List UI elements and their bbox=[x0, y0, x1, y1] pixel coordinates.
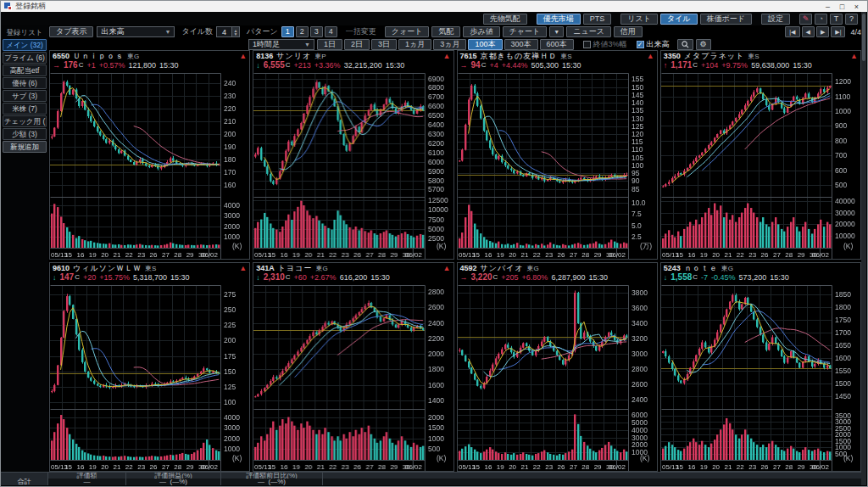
sidebar-item-3[interactable]: 高配当etf bbox=[3, 64, 47, 76]
close-button[interactable]: × bbox=[849, 3, 864, 11]
window-title: 登録銘柄 bbox=[15, 1, 46, 12]
view-button-4[interactable]: チャート bbox=[503, 26, 548, 37]
chart-tile[interactable]: 7615 京都きもの友禅ＨＤ 東S ▲ → 94 C +4 +4.44% 505… bbox=[457, 50, 658, 260]
timeframe-dropdown[interactable]: 1時間足 ▼ bbox=[248, 39, 314, 50]
help-icon[interactable]: ? bbox=[845, 14, 858, 25]
tile-header: 3350 メタプラネット 東S ▲ bbox=[661, 51, 860, 60]
prev-page-button[interactable]: ◀ bbox=[802, 26, 815, 37]
minimize-button[interactable]: – bbox=[821, 3, 835, 11]
first-page-button[interactable]: |◀ bbox=[785, 26, 799, 37]
chart-tile[interactable]: 8136 サンリオ 東P ▲ ↓ 6,555 C +213 +3.36% 32,… bbox=[253, 50, 453, 260]
candlestick-chart-canvas[interactable] bbox=[50, 70, 249, 259]
view-button-6[interactable]: 信用 bbox=[614, 26, 643, 37]
price-change: +60 bbox=[294, 273, 307, 282]
range-button-8[interactable]: 600本 bbox=[540, 39, 574, 50]
range-button-7[interactable]: 300本 bbox=[504, 39, 538, 50]
alert-triangle-icon[interactable]: ▲ bbox=[239, 53, 247, 60]
quote-time: 15:30 bbox=[562, 61, 581, 70]
candlestick-chart-canvas[interactable] bbox=[661, 283, 860, 471]
chart-settings-button[interactable]: ⚙ bbox=[696, 39, 711, 50]
tile-header: 7615 京都きもの友禅ＨＤ 東S ▲ bbox=[458, 51, 657, 60]
price-suffix: C bbox=[493, 273, 498, 281]
candlestick-chart-canvas[interactable] bbox=[458, 283, 657, 471]
tick-direction-icon: ↓ bbox=[256, 273, 260, 282]
pattern-button-3[interactable]: 3 bbox=[310, 26, 323, 37]
alert-triangle-icon[interactable]: ▲ bbox=[443, 265, 451, 272]
sort-dropdown[interactable]: 出来高 ▼ bbox=[97, 26, 175, 37]
topbar-button-4[interactable]: リスト bbox=[620, 14, 658, 25]
chart-tile[interactable]: 6550 Ｕｎｉｐｏｓ 東G ▲ → 176 C +1 +0.57% 121,8… bbox=[49, 50, 250, 260]
range-button-6[interactable]: 100本 bbox=[468, 39, 502, 50]
tile-count-stepper[interactable]: 4 ▲▼ bbox=[216, 26, 240, 37]
scrollbar-thumb[interactable] bbox=[862, 14, 865, 61]
alert-triangle-icon[interactable]: ▲ bbox=[850, 53, 858, 60]
range-button-4[interactable]: 1ヵ月 bbox=[398, 39, 431, 50]
range-button-1[interactable]: 1日 bbox=[317, 39, 342, 50]
view-button-5[interactable]: ニュース bbox=[566, 26, 611, 37]
topbar-button-7[interactable]: 設定 bbox=[761, 14, 790, 25]
stock-code: 5243 bbox=[664, 264, 681, 272]
maximize-button[interactable]: □ bbox=[835, 3, 849, 11]
tile-header: 4592 サンバイオ 東G ▲ bbox=[458, 263, 657, 272]
sidebar-item-7[interactable]: チェック用 ( bbox=[3, 115, 47, 127]
tab-display-button[interactable]: タブ表示 bbox=[49, 26, 93, 37]
last-page-button[interactable]: ▶| bbox=[831, 26, 845, 37]
alert-triangle-icon[interactable]: ▲ bbox=[443, 53, 451, 60]
sidebar-item-6[interactable]: 米株 (7) bbox=[3, 103, 47, 115]
chart-tile[interactable]: 5243 ｎｏｔｅ 東G ▲ ↓ 1,558 C -7 -0.45% 573,2… bbox=[660, 262, 861, 472]
chart-tile[interactable]: 3350 メタプラネット 東S ▲ ↑ 1,171 C +104 +9.75% … bbox=[660, 50, 861, 260]
sidebar-item-1[interactable]: メイン (32) bbox=[3, 39, 47, 51]
topbar-button-3[interactable]: PTS bbox=[583, 14, 612, 25]
candlestick-chart-canvas[interactable] bbox=[253, 70, 453, 259]
chart-tile[interactable]: 4592 サンバイオ 東G ▲ → 3,220 C +205 +6.80% 6,… bbox=[457, 262, 658, 472]
volume-value: 616,200 bbox=[340, 273, 368, 282]
candlestick-chart-canvas[interactable] bbox=[253, 283, 453, 471]
sidebar-item-9[interactable]: 新規追加 bbox=[3, 141, 47, 153]
text-size-icon[interactable]: T bbox=[830, 14, 843, 25]
range-button-3[interactable]: 3日 bbox=[371, 39, 397, 50]
bulk-change-label[interactable]: 一括変更 bbox=[346, 26, 376, 37]
range-button-2[interactable]: 2日 bbox=[344, 39, 370, 50]
stock-code: 3350 bbox=[664, 52, 681, 60]
volume-checkbox[interactable]: ✓ 出来高 bbox=[637, 39, 670, 50]
candlestick-chart-canvas[interactable] bbox=[50, 283, 249, 471]
chart-tile[interactable]: 9610 ウィルソンＷＬＷ 東S ▲ ↓ 147 C +20 +15.75% 5… bbox=[49, 262, 250, 472]
sidebar-item-8[interactable]: 少額 (3) bbox=[3, 128, 47, 140]
close-band-checkbox[interactable]: 終値3%幅 bbox=[583, 39, 627, 50]
tile-quote-line: ↑ 1,171 C +104 +9.75% 59,638,000 15:30 bbox=[661, 60, 860, 70]
window-scrollbar[interactable] bbox=[861, 12, 866, 485]
topbar-button-6[interactable]: 株価ボード bbox=[700, 14, 752, 25]
pattern-button-4[interactable]: 4 bbox=[325, 26, 337, 37]
tile-header: 8136 サンリオ 東P ▲ bbox=[253, 51, 453, 60]
zoom-search-button[interactable] bbox=[677, 39, 693, 50]
day-change-header: 評価額前日比(%) bbox=[221, 472, 323, 479]
topbar-button-1[interactable]: 先物気配 bbox=[483, 14, 527, 25]
chart-tile[interactable]: 341A トヨコー 東G ▲ ↓ 2,310 C +60 +2.67% 616,… bbox=[253, 262, 453, 472]
chart-dropdown-caret[interactable]: ▼ bbox=[549, 26, 564, 37]
stepper-down-icon[interactable]: ▼ bbox=[232, 32, 239, 36]
sidebar-item-4[interactable]: 優待 (6) bbox=[3, 77, 47, 89]
sidebar-item-5[interactable]: サブ (3) bbox=[3, 90, 47, 102]
next-page-button[interactable]: ▶ bbox=[816, 26, 829, 37]
view-button-3[interactable]: 歩み値 bbox=[463, 26, 499, 37]
price-change: +213 bbox=[294, 61, 311, 70]
alert-triangle-icon[interactable]: ▲ bbox=[239, 265, 247, 272]
view-button-1[interactable]: クォート bbox=[385, 26, 430, 37]
clock-icon[interactable]: ◔ bbox=[815, 14, 827, 25]
pattern-button-2[interactable]: 2 bbox=[296, 26, 309, 37]
topbar-button-5[interactable]: タイル bbox=[660, 14, 698, 25]
tile-header: 5243 ｎｏｔｅ 東G ▲ bbox=[661, 263, 860, 272]
tile-quote-line: → 176 C +1 +0.57% 121,800 15:30 bbox=[50, 60, 249, 70]
alert-triangle-icon[interactable]: ▲ bbox=[647, 53, 654, 60]
tile-quote-line: → 94 C +4 +4.44% 505,300 15:30 bbox=[458, 60, 657, 70]
range-button-5[interactable]: 3ヵ月 bbox=[433, 39, 466, 50]
volume-value: 5,318,700 bbox=[133, 273, 167, 282]
view-button-2[interactable]: 気配 bbox=[431, 26, 460, 37]
topbar-button-2[interactable]: 優先市場 bbox=[537, 14, 581, 25]
pattern-button-1[interactable]: 1 bbox=[281, 26, 294, 37]
sidebar-item-2[interactable]: プライム (6) bbox=[3, 52, 47, 64]
price-change-pct: +4.44% bbox=[502, 61, 528, 70]
candlestick-chart-canvas[interactable] bbox=[458, 70, 657, 259]
candlestick-chart-canvas[interactable] bbox=[661, 70, 860, 259]
pen-icon[interactable]: ✎ bbox=[799, 14, 812, 25]
